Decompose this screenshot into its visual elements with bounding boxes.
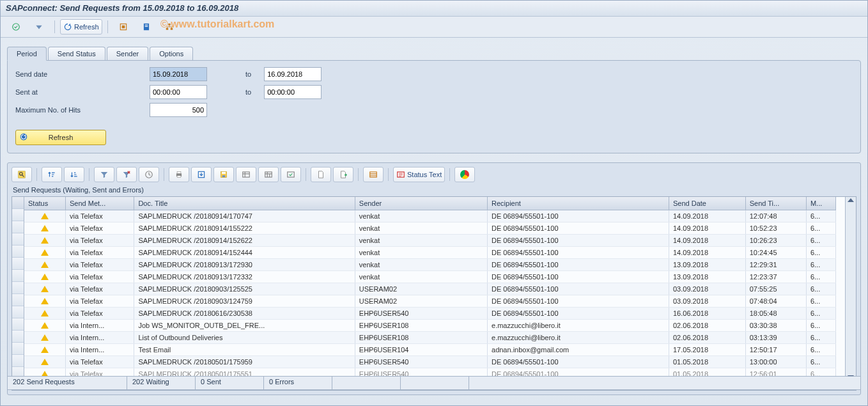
col-sender[interactable]: Sender: [355, 197, 487, 210]
delete-filter-icon[interactable]: [116, 167, 137, 182]
tab-period[interactable]: Period: [7, 47, 47, 61]
cell-recipient: adnan.inbox@gmail.com: [488, 344, 669, 356]
scroll-up-icon[interactable]: [848, 198, 854, 202]
table-row[interactable]: via TelefaxSAPLMEDRUCK /20180914/152444v…: [24, 247, 836, 259]
row-selector[interactable]: [12, 343, 24, 355]
sort-desc-icon[interactable]: [64, 167, 84, 182]
status-seg-sent: 0 Sent: [196, 377, 264, 389]
table-row[interactable]: via TelefaxSAPLMEDRUCK /20180914/152622v…: [24, 235, 836, 247]
grid-header[interactable]: Status Send Met... Doc. Title Sender Rec…: [24, 197, 836, 210]
row-selector[interactable]: [12, 270, 24, 282]
info-icon[interactable]: [136, 19, 157, 35]
tab-pane-period: Send date to Sent at to Maximum No. of H…: [7, 60, 861, 153]
cell-method: via Telefax: [65, 295, 134, 308]
table-row[interactable]: via Intern...Job WS_MONITOR_OUTB_DEL_FRE…: [24, 320, 836, 332]
cell-sender: EHP6USER540: [355, 308, 487, 320]
warning-icon: [41, 347, 49, 353]
tab-sender[interactable]: Sender: [107, 47, 148, 61]
filter-icon[interactable]: [94, 167, 114, 182]
col-status[interactable]: Status: [24, 197, 65, 210]
refresh-big-button[interactable]: Refresh: [15, 130, 106, 145]
svg-rect-22: [288, 172, 295, 177]
status-seg-empty2: [401, 377, 469, 389]
cell-sender: venkat: [355, 235, 487, 247]
row-selector[interactable]: [12, 355, 24, 367]
cell-msg: 6...: [806, 283, 835, 295]
cell-date: 13.09.2018: [669, 259, 746, 271]
chart-icon[interactable]: [454, 167, 475, 182]
row-selector[interactable]: [12, 294, 24, 306]
change-layout-icon[interactable]: [258, 167, 279, 182]
table-row[interactable]: via TelefaxSAPLMEDRUCK /20180913/172930v…: [24, 259, 836, 271]
row-selector[interactable]: [12, 233, 24, 246]
send-date-to-input[interactable]: [264, 67, 322, 81]
cell-title: SAPLMEDRUCK /20180903/125525: [134, 283, 355, 295]
cell-recipient: DE 06894/55501-100: [488, 308, 669, 320]
subtotal-icon[interactable]: [363, 167, 384, 182]
max-hits-input[interactable]: [150, 103, 207, 117]
sent-at-from-input[interactable]: [150, 85, 207, 99]
warning-icon: [41, 225, 49, 231]
col-method[interactable]: Send Met...: [65, 197, 134, 210]
select-layout-icon[interactable]: [281, 167, 301, 182]
layout-icon[interactable]: [236, 167, 256, 182]
row-selector[interactable]: [12, 258, 24, 270]
refresh-button[interactable]: Refresh: [60, 19, 102, 35]
vertical-scrollbar[interactable]: [845, 197, 856, 380]
tab-options[interactable]: Options: [150, 47, 193, 61]
table-row[interactable]: via TelefaxSAPLMEDRUCK /20180903/125525U…: [24, 283, 836, 295]
dropdown-icon[interactable]: [29, 19, 49, 35]
cell-method: via Telefax: [65, 235, 134, 247]
doc-export-icon[interactable]: [333, 167, 353, 182]
table-row[interactable]: via TelefaxSAPLMEDRUCK /20180913/172332v…: [24, 271, 836, 283]
cell-sender: EHP6USER104: [355, 344, 487, 356]
row-selector[interactable]: [12, 306, 24, 318]
col-send-date[interactable]: Send Date: [669, 197, 746, 210]
svg-rect-15: [177, 176, 181, 178]
cell-method: via Telefax: [65, 210, 134, 223]
row-selector[interactable]: [12, 246, 24, 258]
table-row[interactable]: via TelefaxSAPLMEDRUCK /20180501/175959E…: [24, 356, 836, 368]
separator: [54, 20, 55, 33]
send-date-from-input[interactable]: [150, 67, 207, 81]
export-icon[interactable]: [191, 167, 212, 182]
row-selector[interactable]: [12, 209, 24, 221]
table-row[interactable]: via TelefaxSAPLMEDRUCK /20180914/170747v…: [24, 210, 836, 223]
col-send-time[interactable]: Send Ti...: [745, 197, 806, 210]
cell-method: via Telefax: [65, 271, 134, 283]
row-selector[interactable]: [12, 318, 24, 331]
cell-time: 18:05:48: [745, 308, 806, 320]
grid-filler: [836, 197, 845, 380]
table-row[interactable]: via TelefaxSAPLMEDRUCK /20180914/155222v…: [24, 223, 836, 235]
save-icon[interactable]: [213, 167, 234, 182]
row-selector[interactable]: [12, 331, 24, 343]
table-row[interactable]: via TelefaxSAPLMEDRUCK /20180616/230538E…: [24, 308, 836, 320]
cell-date: 16.06.2018: [669, 308, 746, 320]
col-title[interactable]: Doc. Title: [134, 197, 355, 210]
hierarchy-icon[interactable]: [159, 19, 180, 35]
row-selector-column[interactable]: [12, 197, 24, 380]
table-row[interactable]: via TelefaxSAPLMEDRUCK /20180903/124759U…: [24, 295, 836, 308]
col-recipient[interactable]: Recipient: [488, 197, 669, 210]
doc-icon[interactable]: [311, 167, 331, 182]
cell-msg: 6...: [806, 247, 835, 259]
table-row[interactable]: via Intern...List of Outbound Deliveries…: [24, 332, 836, 344]
details-icon[interactable]: [12, 167, 32, 182]
row-selector[interactable]: [12, 221, 24, 233]
table-row[interactable]: via Intern...Test EmailEHP6USER104adnan.…: [24, 344, 836, 356]
cell-date: 02.06.2018: [669, 320, 746, 332]
alv-toolbar: Status Text: [12, 167, 856, 182]
cell-time: 03:30:38: [745, 320, 806, 332]
cell-msg: 6...: [806, 210, 835, 223]
cell-sender: venkat: [355, 271, 487, 283]
status-text-button[interactable]: Status Text: [393, 167, 445, 182]
tab-send_status[interactable]: Send Status: [48, 47, 105, 61]
sent-at-to-input[interactable]: [264, 85, 322, 99]
row-selector[interactable]: [12, 282, 24, 294]
sum-icon[interactable]: [139, 167, 159, 182]
exec-icon[interactable]: [6, 19, 26, 35]
job-icon[interactable]: [113, 19, 134, 35]
sort-asc-icon[interactable]: [42, 167, 62, 182]
print-icon[interactable]: [169, 167, 189, 182]
col-msg[interactable]: M...: [806, 197, 835, 210]
